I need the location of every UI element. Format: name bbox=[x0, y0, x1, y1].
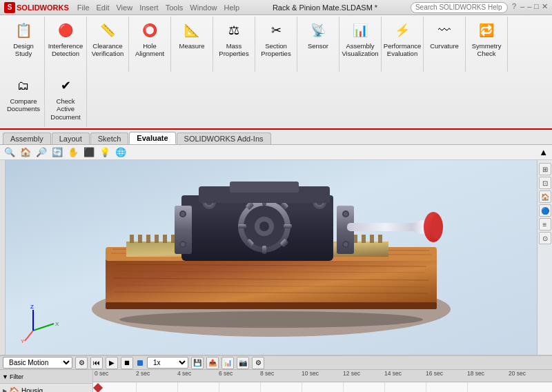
ribbon-group-inner: 📊 AssemblyVisualization bbox=[342, 18, 378, 70]
performance-icon: ⚡ bbox=[391, 19, 413, 41]
curvature-button[interactable]: 〰 Curvature bbox=[426, 18, 462, 51]
rt-settings-btn[interactable]: ⊙ bbox=[539, 232, 551, 244]
interference-icon: 🔴 bbox=[55, 19, 77, 41]
svg-text:Y: Y bbox=[21, 338, 25, 344]
time-marker-8: 8 sec bbox=[260, 370, 274, 377]
title-bar: S SOLIDWORKS File Edit View Insert Tools… bbox=[0, 0, 552, 15]
minimize-btn[interactable]: – bbox=[527, 2, 531, 13]
svg-point-67 bbox=[344, 242, 348, 246]
motion-gear-btn[interactable]: ⚙ bbox=[252, 357, 264, 369]
cmd-home-icon[interactable]: 🏠 bbox=[19, 146, 32, 158]
motion-right-panel[interactable]: 0 sec 2 sec 4 sec 6 sec 8 sec 10 sec 12 … bbox=[93, 370, 552, 392]
assembly-viz-button[interactable]: 📊 AssemblyVisualization bbox=[342, 18, 378, 59]
check-active-icon: ✔ bbox=[55, 75, 77, 97]
sw-logo-icon: S bbox=[4, 2, 15, 13]
command-bar: 🔍 🏠 🔎 🔄 ✋ ⬛ 💡 🌐 ▲ bbox=[0, 145, 552, 160]
motion-export-btn[interactable]: 📤 bbox=[206, 357, 219, 369]
svg-rect-16 bbox=[155, 235, 159, 243]
ribbon-group-interference: 🔴 InterferenceDetection bbox=[45, 17, 87, 72]
interference-detection-button[interactable]: 🔴 InterferenceDetection bbox=[48, 18, 83, 59]
rt-view-orientation-btn[interactable]: ⊞ bbox=[539, 163, 551, 175]
timeline-speed-dropdown[interactable]: 1x 2x 0.5x bbox=[147, 357, 188, 369]
cmd-shaded-icon[interactable]: 🌐 bbox=[114, 146, 128, 158]
ribbon-group-hole: ⭕ HoleAlignment bbox=[129, 17, 171, 72]
curvature-icon: 〰 bbox=[433, 19, 455, 41]
ribbon-group-measure: 📐 Measure bbox=[171, 17, 213, 72]
rt-shading-btn[interactable]: 🔵 bbox=[539, 204, 551, 217]
menu-file[interactable]: File bbox=[77, 3, 90, 12]
filter-label: Filter bbox=[10, 373, 23, 380]
help-btn[interactable]: ? bbox=[512, 2, 516, 13]
svg-rect-43 bbox=[378, 235, 382, 243]
performance-button[interactable]: ⚡ PerformanceEvaluation bbox=[384, 18, 420, 59]
rt-display-btn[interactable]: ≡ bbox=[539, 218, 551, 231]
sensor-button[interactable]: 📡 Sensor bbox=[300, 18, 336, 51]
section-properties-button[interactable]: ✂ SectionProperties bbox=[258, 18, 294, 59]
compare-icon: 🗂 bbox=[12, 75, 34, 97]
motion-camera-btn[interactable]: 📷 bbox=[237, 357, 249, 369]
hole-alignment-button[interactable]: ⭕ HoleAlignment bbox=[132, 18, 168, 59]
tab-evaluate[interactable]: Evaluate bbox=[129, 132, 175, 144]
cmd-pan-icon[interactable]: ✋ bbox=[66, 146, 80, 158]
motion-rewind-btn[interactable]: ⏮ bbox=[90, 357, 103, 369]
title-bar-left: S SOLIDWORKS File Edit View Insert Tools… bbox=[4, 2, 239, 13]
svg-point-65 bbox=[344, 212, 348, 216]
rack-pinion-svg bbox=[71, 160, 471, 351]
cmd-zoom-icon[interactable]: 🔎 bbox=[34, 146, 48, 158]
svg-rect-11 bbox=[106, 302, 437, 309]
motion-stop-btn[interactable]: ⏹ bbox=[121, 357, 133, 369]
motion-type-dropdown[interactable]: Basic Motion Animation Motion Analysis bbox=[3, 357, 72, 369]
design-study-button[interactable]: 📋 DesignStudy bbox=[6, 18, 41, 59]
viewport-3d[interactable]: X Z Y bbox=[6, 160, 537, 355]
menu-tools[interactable]: Tools bbox=[166, 3, 184, 12]
sensor-icon: 📡 bbox=[307, 19, 329, 41]
measure-button[interactable]: 📐 Measure bbox=[174, 18, 210, 51]
grid-line-10 bbox=[302, 382, 302, 392]
housing-expand-icon[interactable]: ▶ bbox=[3, 388, 7, 392]
ribbon-group-mass: ⚖ MassProperties bbox=[213, 17, 255, 72]
menu-edit[interactable]: Edit bbox=[97, 3, 110, 12]
motion-save-btn[interactable]: 💾 bbox=[191, 357, 204, 369]
check-active-button[interactable]: ✔ Check ActiveDocument bbox=[48, 73, 83, 122]
maximize-btn[interactable]: □ bbox=[534, 2, 539, 13]
symmetry-check-button[interactable]: 🔁 SymmetryCheck bbox=[469, 18, 504, 59]
menu-window[interactable]: Window bbox=[190, 3, 217, 12]
cmd-section-view-icon[interactable]: ⬛ bbox=[82, 146, 96, 158]
cmd-collapse-icon[interactable]: ▲ bbox=[538, 146, 549, 158]
cmd-rotate-icon[interactable]: 🔄 bbox=[50, 146, 64, 158]
search-input[interactable] bbox=[411, 2, 508, 13]
close-btn[interactable]: ✕ bbox=[542, 2, 548, 13]
time-marker-18: 18 sec bbox=[467, 370, 484, 377]
time-marker-16: 16 sec bbox=[426, 370, 443, 377]
motion-settings-btn[interactable]: ⚙ bbox=[75, 357, 88, 369]
playhead-diamond[interactable] bbox=[93, 383, 103, 392]
motion-chart-btn[interactable]: 📊 bbox=[221, 357, 234, 369]
compare-documents-button[interactable]: 🗂 CompareDocuments bbox=[6, 73, 41, 115]
motion-play-btn[interactable]: ▶ bbox=[106, 357, 118, 369]
tab-layout[interactable]: Layout bbox=[52, 133, 90, 144]
timeline-row-housing[interactable]: ▶ 🏠 Housig bbox=[0, 384, 92, 392]
ribbon-toolbar: 📋 DesignStudy 🔴 InterferenceDetection 📏 … bbox=[0, 15, 552, 130]
menu-view[interactable]: View bbox=[116, 3, 132, 12]
svg-rect-13 bbox=[130, 235, 134, 243]
menu-insert[interactable]: Insert bbox=[139, 3, 159, 12]
symmetry-icon: 🔁 bbox=[475, 19, 497, 41]
grid-line-8 bbox=[260, 382, 261, 392]
cmd-render-icon[interactable]: 💡 bbox=[98, 146, 112, 158]
rt-zoom-btn[interactable]: ⊡ bbox=[539, 177, 551, 189]
tab-addins[interactable]: SOLIDWORKS Add-Ins bbox=[177, 133, 271, 144]
tab-sketch[interactable]: Sketch bbox=[90, 133, 129, 144]
rt-home-btn[interactable]: 🏠 bbox=[539, 190, 551, 203]
time-marker-0: 0 sec bbox=[95, 370, 108, 377]
svg-rect-79 bbox=[230, 182, 299, 193]
ribbon-group-inner: 📋 DesignStudy bbox=[6, 18, 41, 70]
svg-rect-17 bbox=[163, 235, 167, 243]
tab-assembly[interactable]: Assembly bbox=[3, 133, 51, 144]
mass-properties-button[interactable]: ⚖ MassProperties bbox=[216, 18, 252, 59]
ribbon-group-performance: ⚡ PerformanceEvaluation bbox=[382, 17, 424, 72]
menu-help[interactable]: Help bbox=[224, 3, 239, 12]
motion-playhead-indicator bbox=[137, 360, 143, 366]
motion-timeline: ▼ Filter ▶ 🏠 Housig ▶ 🔧 Mates 0 sec 2 se… bbox=[0, 370, 552, 392]
clearance-button[interactable]: 📏 ClearanceVerification bbox=[90, 18, 126, 59]
cmd-search-icon[interactable]: 🔍 bbox=[3, 146, 17, 158]
